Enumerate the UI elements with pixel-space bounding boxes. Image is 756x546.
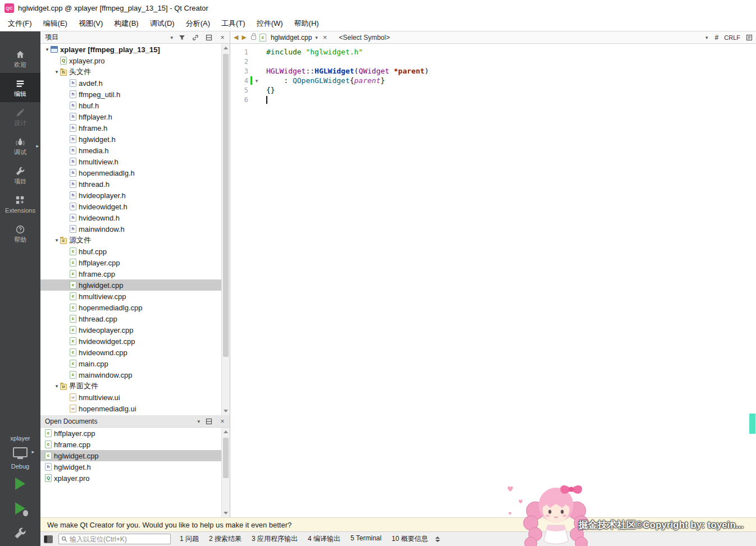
tree-item-hmultiview-cpp[interactable]: hmultiview.cpp	[40, 291, 221, 302]
expander-icon[interactable]: ▾	[44, 47, 51, 52]
mode-item-extensions[interactable]: Extensions	[0, 190, 40, 219]
split-icon[interactable]	[204, 417, 213, 426]
mode-item[interactable]: 调试 ▸	[0, 131, 40, 160]
scroll-up-icon[interactable]	[224, 430, 228, 433]
tree-scrollbar[interactable]	[221, 44, 230, 415]
close-file-icon[interactable]: ×	[321, 33, 329, 42]
code-line-1[interactable]: 1#include "hglwidget.h"	[230, 47, 756, 57]
document-list-icon[interactable]	[746, 34, 753, 41]
tree-item-hopenmediadlg-ui[interactable]: hopenmediadlg.ui	[40, 403, 221, 414]
menu-item-e[interactable]: 编辑(E)	[38, 16, 73, 31]
tree-item-main-cpp[interactable]: main.cpp	[40, 358, 221, 369]
output-pane-button-2[interactable]: 2 搜索结果	[209, 534, 242, 544]
menu-item-h[interactable]: 帮助(H)	[289, 16, 325, 31]
scroll-up-icon[interactable]	[224, 47, 228, 49]
symbol-selector[interactable]: <Select Symbol> ▾	[332, 34, 711, 42]
tree-item[interactable]: ▾ 界面文件	[40, 380, 221, 392]
mode-item[interactable]: 项目	[0, 160, 40, 190]
kit-selector[interactable]: ▸	[13, 445, 28, 460]
tree-item-hvideowidget-cpp[interactable]: hvideowidget.cpp	[40, 336, 221, 347]
scroll-down-icon[interactable]	[224, 410, 228, 412]
menu-item-v[interactable]: 视图(V)	[73, 16, 108, 31]
run-button[interactable]	[9, 473, 31, 494]
open-document-hffplayer-cpp[interactable]: hffplayer.cpp	[40, 428, 221, 439]
back-icon[interactable]: ◀	[234, 34, 238, 40]
build-button[interactable]	[9, 522, 31, 544]
menu-item-b[interactable]: 构建(B)	[108, 16, 144, 31]
menu-item-t[interactable]: 工具(T)	[216, 16, 251, 31]
tree-item[interactable]: ▾ 头文件	[40, 66, 221, 77]
sync-icon[interactable]	[191, 33, 200, 42]
open-document-hglwidget-h[interactable]: hglwidget.h	[40, 461, 221, 472]
mode-item[interactable]: 帮助	[0, 219, 40, 248]
tree-item-hvideoplayer-h[interactable]: hvideoplayer.h	[40, 190, 221, 201]
tree-item-hbuf-cpp[interactable]: hbuf.cpp	[40, 246, 221, 257]
scrollbar-thumb[interactable]	[223, 54, 229, 357]
output-pane-button-3[interactable]: 3 应用程序输出	[252, 534, 298, 544]
locator-input[interactable]	[70, 535, 168, 543]
tree-item-hglwidget-h[interactable]: hglwidget.h	[40, 134, 221, 145]
tree-item-hbuf-h[interactable]: hbuf.h	[40, 100, 221, 111]
expander-icon[interactable]: ▾	[53, 237, 60, 243]
open-document-hglwidget-cpp[interactable]: hglwidget.cpp	[40, 450, 221, 461]
output-pane-button-4[interactable]: 4 编译输出	[308, 534, 340, 544]
output-pane-button-10[interactable]: 10 概要信息	[391, 534, 428, 544]
tree-item-hglwidget-cpp[interactable]: hglwidget.cpp	[40, 279, 221, 291]
tree-item[interactable]: ▾ 源文件	[40, 235, 221, 246]
forward-icon[interactable]: ▶	[242, 34, 246, 40]
tree-item-mainwindow-h[interactable]: mainwindow.h	[40, 223, 221, 235]
annotate-toggle[interactable]: #	[715, 34, 719, 42]
expander-icon[interactable]: ▾	[53, 383, 60, 389]
tree-item-hmedia-h[interactable]: hmedia.h	[40, 145, 221, 156]
menu-item-f[interactable]: 文件(F)	[2, 16, 38, 31]
chevron-down-icon[interactable]: ▾	[315, 35, 318, 40]
scroll-annotation-marker[interactable]	[749, 414, 755, 434]
tree-item-hopenmediadlg-cpp[interactable]: hopenmediadlg.cpp	[40, 302, 221, 313]
tree-item-hframe-cpp[interactable]: hframe.cpp	[40, 268, 221, 279]
lock-icon[interactable]	[251, 35, 256, 40]
code-line-5[interactable]: 5{}	[230, 85, 756, 95]
mode-item[interactable]: 设计	[0, 102, 40, 131]
expander-icon[interactable]: ▾	[53, 69, 60, 75]
mode-item[interactable]: 编辑	[0, 73, 40, 102]
split-icon[interactable]	[204, 33, 213, 42]
open-document-xplayer-pro[interactable]: xplayer.pro	[40, 472, 221, 484]
tree-item-hthread-h[interactable]: hthread.h	[40, 178, 221, 190]
menu-item-d[interactable]: 调试(D)	[144, 16, 180, 31]
tree-item-xplayer-ffmpeg-play-13-15[interactable]: ▾ xplayer [ffmpeg_play_13_15]	[40, 44, 221, 55]
code-editor[interactable]: 1#include "hglwidget.h"23HGLWidget::HGLW…	[230, 44, 756, 517]
current-file-name[interactable]: hglwidget.cpp	[271, 34, 312, 42]
line-ending-selector[interactable]: CRLF	[724, 34, 740, 41]
code-line-6[interactable]: 6	[230, 95, 756, 104]
mode-item[interactable]: 欢迎	[0, 44, 40, 73]
output-pane-button-5-terminal[interactable]: 5 Terminal	[350, 534, 381, 544]
fold-marker-icon[interactable]: ▾	[253, 78, 261, 84]
close-panel-icon[interactable]: ×	[218, 417, 227, 426]
filter-icon[interactable]	[177, 33, 186, 42]
tree-item-hffplayer-cpp[interactable]: hffplayer.cpp	[40, 257, 221, 268]
code-line-2[interactable]: 2	[230, 57, 756, 66]
menu-item-w[interactable]: 控件(W)	[251, 16, 289, 31]
tree-item-hvideoplayer-cpp[interactable]: hvideoplayer.cpp	[40, 324, 221, 336]
tree-item-hframe-h[interactable]: hframe.h	[40, 122, 221, 134]
tree-item-hmultiview-ui[interactable]: hmultiview.ui	[40, 392, 221, 403]
scroll-down-icon[interactable]	[224, 512, 228, 515]
code-line-4[interactable]: 4▾ : QOpenGLWidget{parent}	[230, 76, 756, 85]
close-panel-icon[interactable]: ×	[218, 33, 227, 42]
tree-item-hthread-cpp[interactable]: hthread.cpp	[40, 313, 221, 324]
tree-item-hvideownd-cpp[interactable]: hvideownd.cpp	[40, 347, 221, 358]
pane-arrows-icon[interactable]	[435, 536, 440, 543]
tree-item-hffplayer-h[interactable]: hffplayer.h	[40, 111, 221, 122]
open-documents-scrollbar[interactable]	[221, 428, 230, 517]
debug-run-button[interactable]	[9, 498, 31, 519]
tree-item-ffmpeg-util-h[interactable]: ffmpeg_util.h	[40, 89, 221, 100]
code-line-3[interactable]: 3HGLWidget::HGLWidget(QWidget *parent)	[230, 66, 756, 76]
tree-item-hopenmediadlg-h[interactable]: hopenmediadlg.h	[40, 167, 221, 178]
tree-item-hmultiview-h[interactable]: hmultiview.h	[40, 156, 221, 167]
locator[interactable]	[58, 534, 171, 544]
scrollbar-thumb[interactable]	[223, 438, 229, 478]
tree-item-hvideowidget-h[interactable]: hvideowidget.h	[40, 201, 221, 212]
sidebar-toggle-icon[interactable]	[44, 535, 53, 543]
menu-item-a[interactable]: 分析(A)	[180, 16, 216, 31]
output-pane-button-1[interactable]: 1 问题	[180, 534, 199, 544]
